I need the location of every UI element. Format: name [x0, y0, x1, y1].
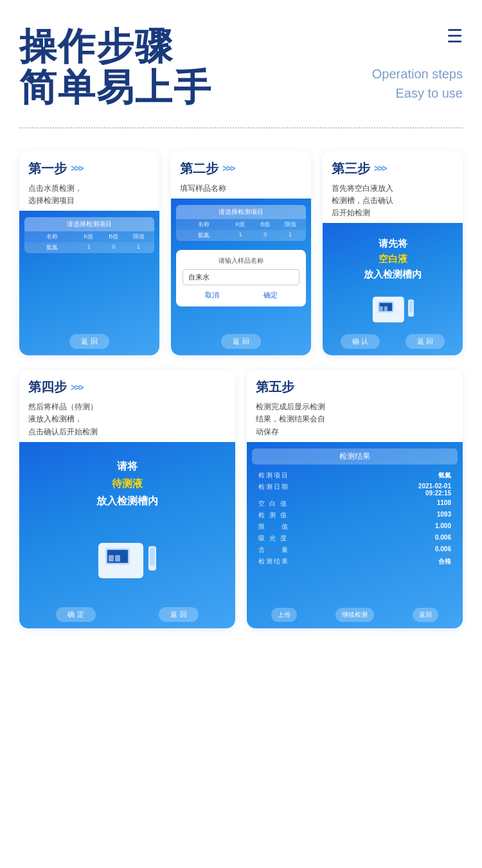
- step-card-4: 第四步 >>> 然后将样品（待测）液放入检测槽，点击确认后开始检测 请将 待测液…: [19, 369, 235, 628]
- section-divider: [19, 127, 463, 128]
- step3-arrow: >>>: [374, 163, 386, 173]
- step4-arrow: >>>: [71, 382, 83, 393]
- step3-instruction: 请先将 空白液 放入检测槽内: [328, 236, 458, 282]
- step2-table-title: 请选择检测项目: [176, 205, 306, 219]
- steps-grid-top: 第一步 >>> 点击水质检测，选择检测项目 请选择检测项目 名称 K值 B值 限…: [19, 151, 463, 356]
- step2-arrow: >>>: [222, 163, 235, 173]
- step2-btn-bar: 返 回: [176, 329, 306, 349]
- step1-table-title: 请选择检测项目: [24, 217, 154, 231]
- step2-back-btn[interactable]: 返 回: [221, 334, 260, 349]
- svg-rect-13: [115, 555, 120, 562]
- step4-screen: 请将 待测液 放入检测槽内: [19, 442, 235, 628]
- step2-cancel-btn[interactable]: 取消: [205, 290, 219, 300]
- step1-back-btn[interactable]: 返 回: [69, 334, 109, 349]
- svg-rect-7: [409, 301, 413, 312]
- step3-btn-bar: 确 认 返 回: [328, 329, 458, 349]
- step4-device: [24, 516, 230, 601]
- svg-rect-5: [384, 306, 388, 311]
- step2-input-field[interactable]: 自来水: [183, 269, 299, 285]
- step5-title: 第五步: [256, 378, 294, 396]
- step4-back-btn[interactable]: 返 回: [159, 607, 198, 622]
- subtitle-en: Operation steps Easy to use: [372, 64, 463, 103]
- step-card-3: 第三步 >>> 首先将空白液放入检测槽，点击确认后开始检测 请先将 空白液 放入…: [323, 151, 463, 356]
- step5-header: 第五步 检测完成后显示检测结果，检测结果会自动保存: [247, 369, 463, 442]
- step1-btn-bar: 返 回: [24, 329, 154, 349]
- header: ☰ 操作步骤 简单易上手 Operation steps Easy to use: [19, 26, 463, 108]
- step2-header: 第二步 >>> 填写样品名称: [171, 151, 311, 199]
- step3-title: 第三步: [332, 160, 370, 177]
- step4-title: 第四步: [28, 378, 67, 396]
- step2-desc: 填写样品名称: [180, 182, 302, 195]
- step4-btn-bar: 确 定 返 回: [24, 602, 230, 622]
- step5-result-rows: 检测项目 氨氮 检测日期 2021-02-0109:22:15 空 白 值 11…: [252, 470, 458, 567]
- step1-arrow: >>>: [71, 163, 83, 173]
- step4-desc: 然后将样品（待测）液放入检测槽，点击确认后开始检测: [28, 401, 226, 438]
- step-card-2: 第二步 >>> 填写样品名称 请选择检测项目 名称 K值 B值 限值 氨氮: [171, 151, 311, 356]
- step1-title: 第一步: [28, 160, 67, 177]
- svg-rect-4: [380, 306, 383, 311]
- step2-confirm-btn[interactable]: 确定: [263, 290, 278, 300]
- step1-screen: 请选择检测项目 名称 K值 B值 限值 氨氮 1 0 1 返 回: [19, 211, 159, 355]
- step1-desc: 点击水质检测，选择检测项目: [28, 182, 150, 207]
- step5-btn-bar: 上传 继续检测 返回: [252, 601, 458, 622]
- step2-dialog: 请输入样品名称 自来水 取消 确定: [176, 250, 306, 306]
- step3-screen: 请先将 空白液 放入检测槽内: [323, 223, 463, 355]
- step-card-1: 第一步 >>> 点击水质检测，选择检测项目 请选择检测项目 名称 K值 B值 限…: [19, 151, 159, 356]
- step4-confirm-btn[interactable]: 确 定: [56, 607, 95, 622]
- step4-header: 第四步 >>> 然后将样品（待测）液放入检测槽，点击确认后开始检测: [19, 369, 235, 442]
- step5-result-title: 检测结果: [252, 448, 458, 465]
- step2-title: 第二步: [180, 160, 219, 177]
- step-card-5: 第五步 检测完成后显示检测结果，检测结果会自动保存 检测结果 检测项目 氨氮 检…: [247, 369, 463, 628]
- step3-device: [328, 287, 458, 329]
- step3-confirm-btn[interactable]: 确 认: [341, 334, 380, 349]
- step2-dialog-title: 请输入样品名称: [183, 256, 299, 265]
- step5-screen: 检测结果 检测项目 氨氮 检测日期 2021-02-0109:22:15 空 白…: [247, 442, 463, 628]
- step5-desc: 检测完成后显示检测结果，检测结果会自动保存: [256, 401, 454, 438]
- step3-back-btn[interactable]: 返 回: [406, 334, 445, 349]
- svg-rect-12: [109, 555, 114, 562]
- menu-icon[interactable]: ☰: [447, 26, 463, 47]
- svg-rect-15: [150, 547, 155, 565]
- step4-instruction: 请将 待测液 放入检测槽内: [24, 457, 230, 510]
- step2-screen: 请选择检测项目 名称 K值 B值 限值 氨氮 1 0 1 请输入: [171, 199, 311, 355]
- step5-continue-btn[interactable]: 继续检测: [335, 608, 374, 622]
- step3-desc: 首先将空白液放入检测槽，点击确认后开始检测: [332, 182, 454, 220]
- page-wrapper: ☰ 操作步骤 简单易上手 Operation steps Easy to use…: [0, 0, 482, 660]
- step5-upload-btn[interactable]: 上传: [271, 608, 297, 622]
- step3-header: 第三步 >>> 首先将空白液放入检测槽，点击确认后开始检测: [323, 151, 463, 224]
- step5-back-btn[interactable]: 返回: [413, 608, 438, 622]
- step1-header: 第一步 >>> 点击水质检测，选择检测项目: [19, 151, 159, 211]
- steps-grid-bottom: 第四步 >>> 然后将样品（待测）液放入检测槽，点击确认后开始检测 请将 待测液…: [19, 369, 463, 628]
